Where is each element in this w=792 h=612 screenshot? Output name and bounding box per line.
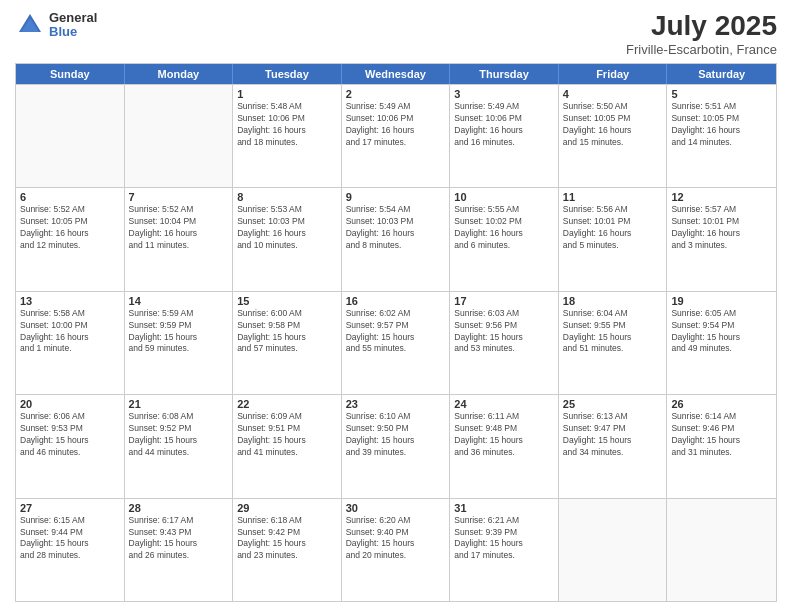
cell-date-17: 17: [454, 295, 554, 307]
cell-info-15: Sunrise: 6:00 AMSunset: 9:58 PMDaylight:…: [237, 308, 337, 356]
calendar: SundayMondayTuesdayWednesdayThursdayFrid…: [15, 63, 777, 602]
cell-date-20: 20: [20, 398, 120, 410]
cell-info-25: Sunrise: 6:13 AMSunset: 9:47 PMDaylight:…: [563, 411, 663, 459]
cell-date-19: 19: [671, 295, 772, 307]
title-month: July 2025: [626, 10, 777, 42]
calendar-cell-empty: [559, 499, 668, 601]
calendar-cell-1: 1Sunrise: 5:48 AMSunset: 10:06 PMDayligh…: [233, 85, 342, 187]
cell-date-10: 10: [454, 191, 554, 203]
calendar-cell-26: 26Sunrise: 6:14 AMSunset: 9:46 PMDayligh…: [667, 395, 776, 497]
cell-info-10: Sunrise: 5:55 AMSunset: 10:02 PMDaylight…: [454, 204, 554, 252]
calendar-cell-17: 17Sunrise: 6:03 AMSunset: 9:56 PMDayligh…: [450, 292, 559, 394]
calendar-cell-7: 7Sunrise: 5:52 AMSunset: 10:04 PMDayligh…: [125, 188, 234, 290]
day-header-tuesday: Tuesday: [233, 64, 342, 84]
cell-date-28: 28: [129, 502, 229, 514]
cell-info-14: Sunrise: 5:59 AMSunset: 9:59 PMDaylight:…: [129, 308, 229, 356]
day-header-thursday: Thursday: [450, 64, 559, 84]
calendar-cell-22: 22Sunrise: 6:09 AMSunset: 9:51 PMDayligh…: [233, 395, 342, 497]
calendar-cell-28: 28Sunrise: 6:17 AMSunset: 9:43 PMDayligh…: [125, 499, 234, 601]
calendar-cell-10: 10Sunrise: 5:55 AMSunset: 10:02 PMDaylig…: [450, 188, 559, 290]
calendar-cell-19: 19Sunrise: 6:05 AMSunset: 9:54 PMDayligh…: [667, 292, 776, 394]
logo-text: General Blue: [49, 11, 97, 40]
cell-info-30: Sunrise: 6:20 AMSunset: 9:40 PMDaylight:…: [346, 515, 446, 563]
calendar-cell-3: 3Sunrise: 5:49 AMSunset: 10:06 PMDayligh…: [450, 85, 559, 187]
cell-info-24: Sunrise: 6:11 AMSunset: 9:48 PMDaylight:…: [454, 411, 554, 459]
cell-info-31: Sunrise: 6:21 AMSunset: 9:39 PMDaylight:…: [454, 515, 554, 563]
day-header-friday: Friday: [559, 64, 668, 84]
cell-info-16: Sunrise: 6:02 AMSunset: 9:57 PMDaylight:…: [346, 308, 446, 356]
cell-info-27: Sunrise: 6:15 AMSunset: 9:44 PMDaylight:…: [20, 515, 120, 563]
calendar-cell-14: 14Sunrise: 5:59 AMSunset: 9:59 PMDayligh…: [125, 292, 234, 394]
cell-date-2: 2: [346, 88, 446, 100]
calendar-cell-29: 29Sunrise: 6:18 AMSunset: 9:42 PMDayligh…: [233, 499, 342, 601]
calendar-cell-empty: [667, 499, 776, 601]
calendar-row-3: 13Sunrise: 5:58 AMSunset: 10:00 PMDaylig…: [16, 291, 776, 394]
calendar-row-1: 1Sunrise: 5:48 AMSunset: 10:06 PMDayligh…: [16, 84, 776, 187]
calendar-body: 1Sunrise: 5:48 AMSunset: 10:06 PMDayligh…: [16, 84, 776, 601]
logo-blue: Blue: [49, 25, 97, 39]
cell-date-4: 4: [563, 88, 663, 100]
cell-date-30: 30: [346, 502, 446, 514]
cell-date-12: 12: [671, 191, 772, 203]
cell-info-6: Sunrise: 5:52 AMSunset: 10:05 PMDaylight…: [20, 204, 120, 252]
cell-info-29: Sunrise: 6:18 AMSunset: 9:42 PMDaylight:…: [237, 515, 337, 563]
calendar-cell-21: 21Sunrise: 6:08 AMSunset: 9:52 PMDayligh…: [125, 395, 234, 497]
calendar-cell-31: 31Sunrise: 6:21 AMSunset: 9:39 PMDayligh…: [450, 499, 559, 601]
logo-icon: [15, 10, 45, 40]
cell-date-3: 3: [454, 88, 554, 100]
cell-info-28: Sunrise: 6:17 AMSunset: 9:43 PMDaylight:…: [129, 515, 229, 563]
cell-info-8: Sunrise: 5:53 AMSunset: 10:03 PMDaylight…: [237, 204, 337, 252]
cell-date-1: 1: [237, 88, 337, 100]
cell-date-29: 29: [237, 502, 337, 514]
cell-info-7: Sunrise: 5:52 AMSunset: 10:04 PMDaylight…: [129, 204, 229, 252]
calendar-cell-18: 18Sunrise: 6:04 AMSunset: 9:55 PMDayligh…: [559, 292, 668, 394]
logo: General Blue: [15, 10, 97, 40]
cell-date-13: 13: [20, 295, 120, 307]
calendar-cell-23: 23Sunrise: 6:10 AMSunset: 9:50 PMDayligh…: [342, 395, 451, 497]
calendar-row-4: 20Sunrise: 6:06 AMSunset: 9:53 PMDayligh…: [16, 394, 776, 497]
cell-date-9: 9: [346, 191, 446, 203]
cell-info-21: Sunrise: 6:08 AMSunset: 9:52 PMDaylight:…: [129, 411, 229, 459]
title-block: July 2025 Friville-Escarbotin, France: [626, 10, 777, 57]
calendar-cell-2: 2Sunrise: 5:49 AMSunset: 10:06 PMDayligh…: [342, 85, 451, 187]
header: General Blue July 2025 Friville-Escarbot…: [15, 10, 777, 57]
calendar-cell-5: 5Sunrise: 5:51 AMSunset: 10:05 PMDayligh…: [667, 85, 776, 187]
cell-info-17: Sunrise: 6:03 AMSunset: 9:56 PMDaylight:…: [454, 308, 554, 356]
title-location: Friville-Escarbotin, France: [626, 42, 777, 57]
cell-date-15: 15: [237, 295, 337, 307]
calendar-cell-empty: [125, 85, 234, 187]
cell-date-11: 11: [563, 191, 663, 203]
cell-info-13: Sunrise: 5:58 AMSunset: 10:00 PMDaylight…: [20, 308, 120, 356]
calendar-header: SundayMondayTuesdayWednesdayThursdayFrid…: [16, 64, 776, 84]
cell-date-21: 21: [129, 398, 229, 410]
cell-info-18: Sunrise: 6:04 AMSunset: 9:55 PMDaylight:…: [563, 308, 663, 356]
calendar-cell-4: 4Sunrise: 5:50 AMSunset: 10:05 PMDayligh…: [559, 85, 668, 187]
cell-info-26: Sunrise: 6:14 AMSunset: 9:46 PMDaylight:…: [671, 411, 772, 459]
calendar-cell-20: 20Sunrise: 6:06 AMSunset: 9:53 PMDayligh…: [16, 395, 125, 497]
cell-info-20: Sunrise: 6:06 AMSunset: 9:53 PMDaylight:…: [20, 411, 120, 459]
cell-info-4: Sunrise: 5:50 AMSunset: 10:05 PMDaylight…: [563, 101, 663, 149]
calendar-cell-8: 8Sunrise: 5:53 AMSunset: 10:03 PMDayligh…: [233, 188, 342, 290]
calendar-cell-27: 27Sunrise: 6:15 AMSunset: 9:44 PMDayligh…: [16, 499, 125, 601]
cell-date-22: 22: [237, 398, 337, 410]
day-header-wednesday: Wednesday: [342, 64, 451, 84]
calendar-cell-25: 25Sunrise: 6:13 AMSunset: 9:47 PMDayligh…: [559, 395, 668, 497]
cell-info-11: Sunrise: 5:56 AMSunset: 10:01 PMDaylight…: [563, 204, 663, 252]
cell-info-12: Sunrise: 5:57 AMSunset: 10:01 PMDaylight…: [671, 204, 772, 252]
cell-info-1: Sunrise: 5:48 AMSunset: 10:06 PMDaylight…: [237, 101, 337, 149]
calendar-cell-empty: [16, 85, 125, 187]
calendar-cell-30: 30Sunrise: 6:20 AMSunset: 9:40 PMDayligh…: [342, 499, 451, 601]
logo-general: General: [49, 11, 97, 25]
day-header-sunday: Sunday: [16, 64, 125, 84]
cell-date-6: 6: [20, 191, 120, 203]
cell-date-23: 23: [346, 398, 446, 410]
cell-date-18: 18: [563, 295, 663, 307]
calendar-cell-16: 16Sunrise: 6:02 AMSunset: 9:57 PMDayligh…: [342, 292, 451, 394]
calendar-row-2: 6Sunrise: 5:52 AMSunset: 10:05 PMDayligh…: [16, 187, 776, 290]
cell-info-19: Sunrise: 6:05 AMSunset: 9:54 PMDaylight:…: [671, 308, 772, 356]
cell-date-31: 31: [454, 502, 554, 514]
cell-info-9: Sunrise: 5:54 AMSunset: 10:03 PMDaylight…: [346, 204, 446, 252]
calendar-cell-11: 11Sunrise: 5:56 AMSunset: 10:01 PMDaylig…: [559, 188, 668, 290]
cell-info-23: Sunrise: 6:10 AMSunset: 9:50 PMDaylight:…: [346, 411, 446, 459]
cell-date-16: 16: [346, 295, 446, 307]
